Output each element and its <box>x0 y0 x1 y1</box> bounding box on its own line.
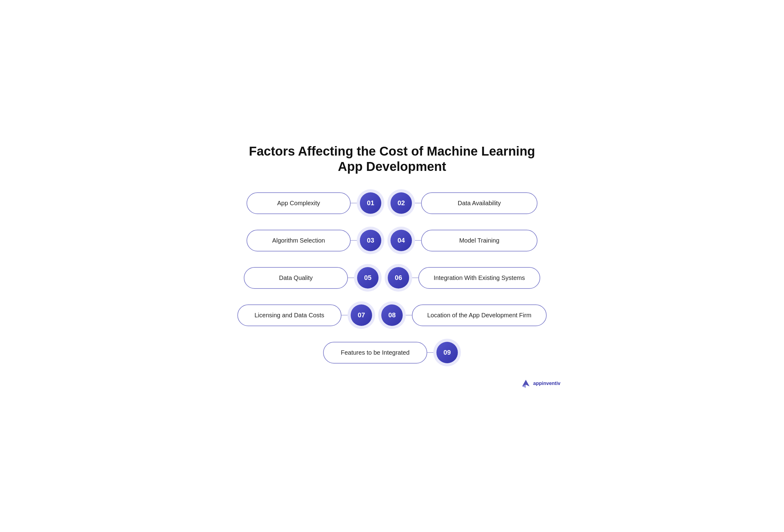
circle-number-left: 07 <box>351 304 372 326</box>
circle-right: 06 <box>385 264 412 291</box>
circle-outer-right: 02 <box>387 189 415 217</box>
factor-row: App Complexity0102Data Availability <box>224 189 560 217</box>
factor-row: Licensing and Data Costs0708Location of … <box>224 301 560 329</box>
connector-line-left <box>348 278 354 278</box>
logo-text: appinventiv <box>533 381 560 386</box>
circle-number-left: 09 <box>437 342 458 363</box>
circle-left: 07 <box>347 301 375 329</box>
circle-number-left: 01 <box>360 192 381 214</box>
circle-outer-right: 04 <box>387 227 415 254</box>
connector-line-right <box>415 203 421 203</box>
appinventiv-logo-icon <box>521 379 531 388</box>
factor-row: Features to be Integrated09 <box>224 339 560 366</box>
right-pill: Location of the App Development Firm <box>412 304 547 326</box>
connector-line-left <box>427 352 433 353</box>
circle-outer-left: 01 <box>357 189 384 217</box>
circle-number-right: 08 <box>381 304 403 326</box>
circle-number-right: 06 <box>388 267 409 288</box>
circle-left: 05 <box>354 264 382 291</box>
connector-line-right <box>406 315 412 315</box>
circle-right: 08 <box>378 301 406 329</box>
page-title: Factors Affecting the Cost of Machine Le… <box>224 144 560 174</box>
connector-line-right <box>412 278 418 278</box>
left-pill: Algorithm Selection <box>247 230 351 251</box>
right-pill: Data Availability <box>421 192 537 214</box>
left-pill: Features to be Integrated <box>323 342 427 364</box>
connector-line-right <box>415 240 421 241</box>
left-pill: Data Quality <box>244 267 348 289</box>
circle-number-left: 05 <box>357 267 379 288</box>
main-container: Factors Affecting the Cost of Machine Le… <box>224 144 560 389</box>
circle-outer-left: 09 <box>433 339 461 366</box>
circle-number-right: 02 <box>390 192 412 214</box>
circle-left: 03 <box>357 227 384 254</box>
circle-left: 01 <box>357 189 384 217</box>
left-pill: Licensing and Data Costs <box>237 304 341 326</box>
circle-outer-left: 03 <box>357 227 384 254</box>
circle-outer-left: 05 <box>354 264 382 291</box>
circle-right: 02 <box>387 189 415 217</box>
circle-left: 09 <box>433 339 461 366</box>
factor-row: Data Quality0506Integration With Existin… <box>224 264 560 291</box>
circle-number-left: 03 <box>360 230 381 251</box>
left-pill: App Complexity <box>247 192 351 214</box>
circle-right: 04 <box>387 227 415 254</box>
logo-area: appinventiv <box>224 379 560 388</box>
connector-line-left <box>341 315 347 315</box>
circle-outer-right: 08 <box>378 301 406 329</box>
factor-row: Algorithm Selection0304Model Training <box>224 227 560 254</box>
circle-number-right: 04 <box>390 230 412 251</box>
circle-outer-left: 07 <box>347 301 375 329</box>
connector-line-left <box>351 203 357 203</box>
right-pill: Model Training <box>421 230 537 251</box>
factor-rows: App Complexity0102Data AvailabilityAlgor… <box>224 189 560 366</box>
connector-line-left <box>351 240 357 241</box>
right-pill: Integration With Existing Systems <box>418 267 540 289</box>
circle-outer-right: 06 <box>385 264 412 291</box>
